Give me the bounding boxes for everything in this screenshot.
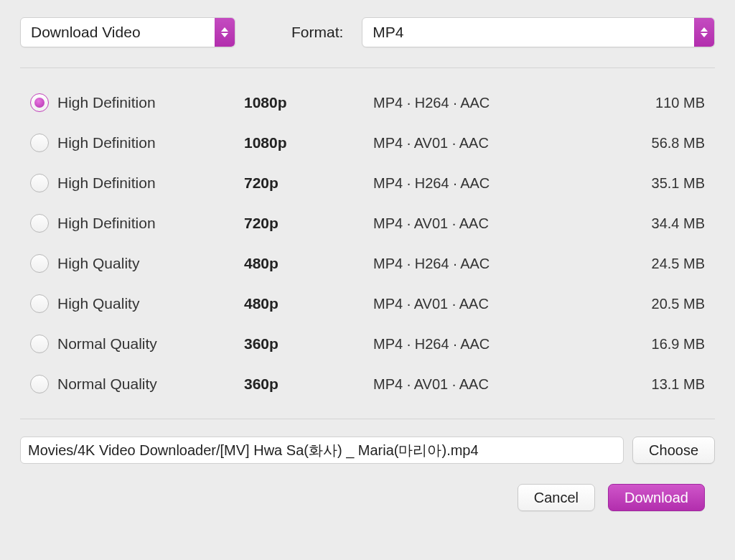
quality-option-row[interactable]: High Quality480pMP4 · H264 · AAC24.5 MB bbox=[30, 246, 705, 281]
format-field-label: Format: bbox=[291, 24, 343, 41]
size-label: 24.5 MB bbox=[612, 256, 705, 272]
codec-label: MP4 · AV01 · AAC bbox=[373, 376, 612, 393]
codec-label: MP4 · AV01 · AAC bbox=[373, 215, 612, 232]
divider bbox=[20, 67, 715, 68]
format-dropdown[interactable]: MP4 bbox=[362, 17, 715, 47]
size-label: 56.8 MB bbox=[612, 135, 705, 151]
quality-label: High Definition bbox=[57, 134, 244, 151]
svg-marker-0 bbox=[221, 27, 228, 32]
size-label: 34.4 MB bbox=[612, 215, 705, 232]
header-row: Download Video Format: MP4 bbox=[20, 17, 715, 47]
radio-button[interactable] bbox=[30, 174, 49, 192]
codec-label: MP4 · AV01 · AAC bbox=[373, 135, 612, 151]
svg-marker-1 bbox=[221, 33, 228, 37]
size-label: 110 MB bbox=[612, 95, 705, 111]
svg-marker-3 bbox=[701, 33, 708, 37]
quality-option-row[interactable]: High Definition1080pMP4 · AV01 · AAC56.8… bbox=[30, 126, 705, 160]
quality-option-row[interactable]: High Quality480pMP4 · AV01 · AAC20.5 MB bbox=[30, 286, 705, 321]
quality-option-row[interactable]: High Definition720pMP4 · H264 · AAC35.1 … bbox=[30, 166, 705, 200]
radio-button[interactable] bbox=[30, 254, 49, 273]
updown-arrows-icon bbox=[215, 18, 235, 47]
quality-label: High Quality bbox=[57, 255, 244, 272]
quality-label: Normal Quality bbox=[57, 375, 244, 393]
save-path-row: Movies/4K Video Downloader/[MV] Hwa Sa(화… bbox=[20, 437, 715, 464]
dialog-buttons: Cancel Download bbox=[20, 484, 715, 511]
resolution-label: 360p bbox=[244, 335, 373, 353]
quality-option-row[interactable]: High Definition720pMP4 · AV01 · AAC34.4 … bbox=[30, 206, 705, 241]
radio-button[interactable] bbox=[30, 375, 49, 393]
quality-options-list: High Definition1080pMP4 · H264 · AAC110 … bbox=[20, 85, 715, 401]
svg-marker-2 bbox=[701, 27, 708, 32]
radio-button[interactable] bbox=[30, 214, 49, 233]
codec-label: MP4 · AV01 · AAC bbox=[373, 296, 612, 312]
action-dropdown-label: Download Video bbox=[21, 24, 215, 41]
action-dropdown[interactable]: Download Video bbox=[20, 17, 235, 47]
dialog-container: Download Video Format: MP4 High Definiti… bbox=[0, 0, 735, 528]
quality-option-row[interactable]: Normal Quality360pMP4 · H264 · AAC16.9 M… bbox=[30, 327, 705, 361]
save-path-input[interactable]: Movies/4K Video Downloader/[MV] Hwa Sa(화… bbox=[20, 437, 624, 464]
radio-button[interactable] bbox=[30, 335, 49, 353]
resolution-label: 480p bbox=[244, 295, 373, 312]
codec-label: MP4 · H264 · AAC bbox=[373, 175, 612, 192]
resolution-label: 360p bbox=[244, 375, 373, 393]
choose-button[interactable]: Choose bbox=[632, 437, 715, 464]
cancel-button[interactable]: Cancel bbox=[518, 484, 595, 511]
resolution-label: 720p bbox=[244, 174, 373, 192]
size-label: 20.5 MB bbox=[612, 296, 705, 312]
size-label: 16.9 MB bbox=[612, 336, 705, 353]
quality-label: High Definition bbox=[57, 94, 244, 111]
size-label: 13.1 MB bbox=[612, 376, 705, 393]
format-dropdown-value: MP4 bbox=[362, 24, 694, 41]
divider bbox=[20, 419, 715, 419]
resolution-label: 720p bbox=[244, 215, 373, 232]
quality-option-row[interactable]: High Definition1080pMP4 · H264 · AAC110 … bbox=[30, 85, 705, 120]
resolution-label: 1080p bbox=[244, 94, 373, 111]
codec-label: MP4 · H264 · AAC bbox=[373, 256, 612, 272]
size-label: 35.1 MB bbox=[612, 175, 705, 192]
radio-button[interactable] bbox=[30, 93, 49, 112]
download-button[interactable]: Download bbox=[608, 484, 705, 511]
quality-label: High Quality bbox=[57, 295, 244, 312]
quality-option-row[interactable]: Normal Quality360pMP4 · AV01 · AAC13.1 M… bbox=[30, 367, 705, 401]
codec-label: MP4 · H264 · AAC bbox=[373, 95, 612, 111]
resolution-label: 1080p bbox=[244, 134, 373, 151]
quality-label: High Definition bbox=[57, 215, 244, 232]
resolution-label: 480p bbox=[244, 255, 373, 272]
updown-arrows-icon bbox=[694, 18, 714, 47]
quality-label: Normal Quality bbox=[57, 335, 244, 353]
radio-button[interactable] bbox=[30, 294, 49, 313]
radio-button[interactable] bbox=[30, 134, 49, 152]
quality-label: High Definition bbox=[57, 174, 244, 192]
codec-label: MP4 · H264 · AAC bbox=[373, 336, 612, 353]
